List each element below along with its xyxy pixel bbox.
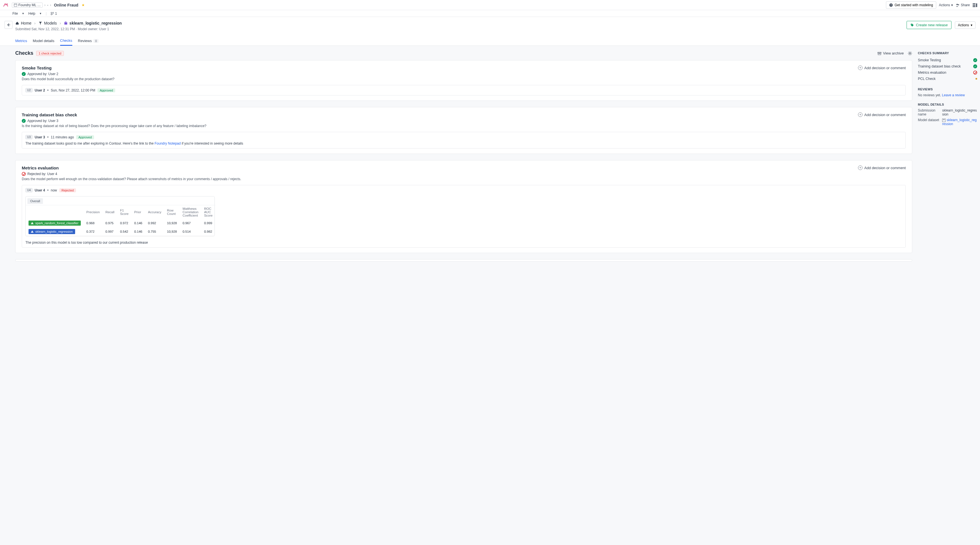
svg-rect-8 — [973, 6, 975, 7]
status-pending-icon — [975, 78, 977, 79]
metrics-screenshot: Overall PrecisionRecallF1 ScorePriorAccu… — [25, 196, 215, 236]
tab-model-details[interactable]: Model details — [33, 36, 54, 46]
add-decision-label: Add decision or comment — [864, 113, 906, 117]
view-archive-link[interactable]: View archive — [878, 51, 904, 56]
metrics-header: Prior — [131, 205, 145, 219]
chevron-icon: › — [34, 21, 36, 25]
status-rejected-icon — [973, 71, 977, 75]
dataset-value: sklearn_logistic_regression — [942, 118, 977, 126]
comment-card: U3 User 3 • 11 minutes ago Approved The … — [22, 132, 906, 149]
metrics-header: Matthews Correlation Coefficient — [180, 205, 201, 219]
leave-review-link[interactable]: Leave a review — [942, 93, 965, 97]
submission-value: sklearn_logistic_regression — [942, 108, 977, 116]
dataset-link[interactable]: sklearn_logistic_regression — [942, 118, 977, 126]
crumb-models-label: Models — [44, 21, 57, 25]
metrics-cell: 0.968 — [84, 219, 102, 227]
check-status: Approved by: User 2 — [27, 72, 58, 76]
create-release-label: Create new release — [916, 23, 948, 27]
add-decision-label: Add decision or comment — [864, 66, 906, 70]
panel-icon — [973, 3, 977, 7]
breadcrumbs: Home › Models › sklearn_logistic_regress… — [15, 21, 122, 25]
svg-point-4 — [956, 4, 958, 5]
plus-circle-icon: + — [858, 165, 862, 170]
svg-point-10 — [51, 12, 52, 13]
project-chip[interactable]: Foundry ML … — [12, 3, 43, 8]
comment-text-post: if you're interested in seeing more deta… — [181, 141, 243, 145]
status-pill: Approved — [76, 135, 94, 139]
share-button[interactable]: Share — [956, 3, 970, 7]
checks-title: Checks — [15, 50, 33, 56]
metrics-cell: 0.542 — [117, 227, 131, 236]
metrics-header: ROC AUC Score — [201, 205, 215, 219]
arrow-left-icon — [6, 23, 10, 27]
branch-icon — [51, 12, 54, 15]
caret-down-icon: ▾ — [951, 3, 953, 7]
svg-rect-0 — [14, 4, 17, 6]
tab-metrics[interactable]: Metrics — [15, 36, 27, 46]
summary-item[interactable]: Training dataset bias check✓ — [918, 63, 977, 70]
get-started-button[interactable]: ? Get started with modeling — [886, 2, 936, 9]
svg-point-17 — [909, 52, 911, 54]
warning-icon — [31, 222, 33, 224]
branch-indicator[interactable]: 1 — [51, 11, 57, 16]
notepad-link[interactable]: Foundry Notepad — [154, 141, 181, 145]
comment-user: User 3 — [35, 135, 45, 139]
status-pill: Approved — [97, 88, 115, 92]
share-label: Share — [961, 3, 970, 7]
header-actions-label: Actions — [958, 23, 969, 27]
back-button[interactable] — [5, 21, 13, 29]
menu-file[interactable]: File — [13, 11, 18, 16]
comment-card: U2 User 2 • Sun, Nov 27, 2022, 12:00 PM … — [22, 85, 906, 95]
header-actions-menu[interactable]: Actions ▾ — [955, 21, 975, 29]
summary-item[interactable]: Smoke Testing✓ — [918, 57, 977, 63]
svg-point-13 — [912, 24, 912, 25]
metrics-cell: 0.372 — [84, 227, 102, 236]
crumb-separator: - — [47, 3, 48, 7]
check-status: Rejected by: User 4 — [27, 172, 57, 176]
page-header: Home › Models › sklearn_logistic_regress… — [0, 17, 980, 31]
crumb-home[interactable]: Home — [15, 21, 31, 25]
crumb-models[interactable]: Models — [38, 21, 57, 25]
main-content: Checks 1 check rejected View archive Smo… — [0, 46, 918, 545]
user-avatar: U3 — [25, 135, 32, 139]
metrics-cell: 0.514 — [180, 227, 201, 236]
caret-down-icon: ▼ — [22, 12, 24, 15]
user-avatar: U4 — [25, 188, 32, 192]
sidebar: CHECKS SUMMARY Smoke Testing✓Training da… — [918, 46, 980, 545]
crumb-current: sklearn_logistic_regression — [64, 21, 122, 25]
summary-heading: CHECKS SUMMARY — [918, 51, 977, 55]
settings-button[interactable] — [908, 51, 912, 56]
actions-label: Actions — [939, 3, 950, 7]
tab-checks[interactable]: Checks — [60, 36, 72, 46]
panel-toggle-button[interactable] — [973, 3, 977, 7]
crumb-current-label: sklearn_logistic_regression — [70, 21, 122, 25]
model-chip: sklearn_logistic_regression — [29, 229, 75, 234]
menu-help[interactable]: Help — [28, 11, 35, 16]
star-icon[interactable]: ★ — [82, 3, 85, 7]
check-card: Smoke Testing ✓ Approved by: User 2 Does… — [15, 60, 912, 101]
add-decision-button[interactable]: + Add decision or comment — [858, 65, 906, 70]
metrics-header — [26, 205, 84, 219]
model-dataset-row: Model dataset sklearn_logistic_regressio… — [918, 118, 977, 126]
svg-text:?: ? — [890, 4, 892, 6]
project-breadcrumb: Foundry ML … › - › Online Fraud ★ — [12, 3, 85, 8]
comment-time: Sun, Nov 27, 2022, 12:00 PM — [51, 88, 95, 92]
svg-point-5 — [958, 4, 959, 5]
create-release-button[interactable]: Create new release — [907, 21, 951, 29]
metrics-cell: 0.146 — [131, 219, 145, 227]
people-icon — [956, 3, 960, 7]
chevron-icon: › — [50, 3, 51, 7]
add-decision-button[interactable]: + Add decision or comment — [858, 165, 906, 170]
add-decision-button[interactable]: + Add decision or comment — [858, 113, 906, 117]
warning-icon — [31, 230, 33, 233]
comment-user: User 4 — [35, 188, 45, 192]
summary-item[interactable]: PCL Check — [918, 76, 977, 82]
actions-menu[interactable]: Actions ▾ — [939, 3, 953, 7]
summary-item[interactable]: Metrics evaluation — [918, 70, 977, 76]
project-name: Foundry ML … — [18, 3, 41, 7]
metrics-header: Row Count — [164, 205, 180, 219]
plus-circle-icon: + — [858, 113, 862, 117]
comment-footer-text: The precision on this model is too low c… — [25, 241, 902, 245]
tab-reviews[interactable]: Reviews 0 — [78, 36, 99, 46]
metrics-row: sklearn_logistic_regression0.3720.9970.5… — [26, 227, 215, 236]
